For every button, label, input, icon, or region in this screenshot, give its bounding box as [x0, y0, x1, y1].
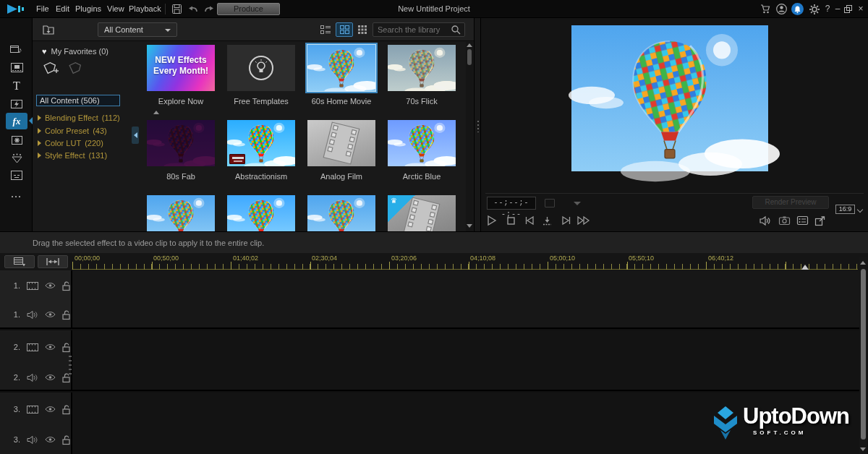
eye-toggle-icon[interactable]	[45, 436, 56, 443]
scroll-down-arrow[interactable]	[467, 224, 472, 228]
track-2-video-header[interactable]: 2.	[0, 333, 72, 361]
effect-item-arctic-blue[interactable]: Arctic Blue	[388, 120, 456, 181]
category-style-effect[interactable]: Style Effect (131)	[38, 151, 107, 160]
category-all-content[interactable]: All Content (506)	[36, 95, 120, 106]
effect-thumbnail[interactable]	[388, 45, 456, 91]
effect-item-row3-premium[interactable]: ♛	[388, 195, 456, 231]
settings-button[interactable]	[808, 3, 821, 15]
expand-arrow-icon[interactable]	[38, 153, 41, 158]
previous-frame-button[interactable]	[522, 214, 537, 227]
timeline-ruler[interactable]: 00;00;00 00;50;00 01;40;02 02;30;04 03;2…	[72, 253, 858, 270]
effect-thumbnail[interactable]	[307, 120, 375, 166]
promo-thumbnail[interactable]: NEW Effects Every Month!	[147, 45, 215, 91]
effect-thumbnail[interactable]	[307, 195, 375, 231]
remove-tag-button[interactable]	[69, 61, 83, 74]
track-2-audio-header[interactable]: 2.	[0, 363, 72, 392]
effect-item-explore-now[interactable]: NEW Effects Every Month! Explore Now	[147, 45, 215, 106]
restore-button[interactable]	[842, 0, 854, 18]
effect-room-button[interactable]: fx	[6, 113, 27, 129]
library-filter-dropdown[interactable]: All Content	[98, 22, 177, 37]
track-1-audio-header[interactable]: 1.	[0, 300, 72, 329]
effect-item-70s-flick[interactable]: 70s Flick	[388, 45, 456, 106]
volume-button[interactable]	[758, 214, 773, 227]
effect-thumbnail[interactable]	[227, 120, 295, 166]
preview-info-button[interactable]	[795, 214, 809, 227]
effect-item-row3-3[interactable]	[307, 195, 375, 231]
eye-toggle-icon[interactable]	[45, 374, 56, 381]
pip-objects-room-button[interactable]	[6, 132, 27, 148]
eye-toggle-icon[interactable]	[45, 406, 56, 413]
effect-item-abstractionism[interactable]: Abstractionism	[227, 120, 295, 181]
splitter-grip[interactable]	[477, 121, 479, 132]
list-view-button[interactable]	[317, 22, 334, 37]
subtitle-room-button[interactable]	[6, 167, 27, 184]
seek-marker-button[interactable]	[540, 214, 554, 227]
more-rooms-button[interactable]: ...	[6, 186, 27, 202]
thumbnail-size-button[interactable]	[356, 24, 369, 35]
fast-forward-button[interactable]	[576, 214, 590, 227]
eye-toggle-icon[interactable]	[45, 311, 56, 318]
effect-item-80s-fab[interactable]: 80s Fab	[147, 120, 215, 181]
preview-quality-icon[interactable]	[545, 199, 555, 207]
store-button[interactable]	[758, 3, 771, 15]
effect-thumbnail[interactable]	[227, 195, 295, 231]
scroll-up-arrow[interactable]	[860, 261, 866, 265]
category-color-preset[interactable]: Color Preset (43)	[38, 127, 107, 135]
library-scrollbar[interactable]	[466, 42, 473, 231]
effect-thumbnail[interactable]	[147, 120, 215, 166]
favorites-item[interactable]: ♥My Favorites (0)	[42, 47, 109, 56]
close-button[interactable]: ×	[855, 0, 867, 18]
lock-toggle-icon[interactable]	[62, 405, 71, 414]
lock-toggle-icon[interactable]	[62, 310, 71, 320]
account-button[interactable]	[775, 3, 788, 15]
expand-arrow-icon[interactable]	[38, 115, 41, 121]
preview-quality-dropdown[interactable]	[574, 202, 581, 205]
track-header-resize-grip[interactable]	[69, 356, 72, 374]
panel-splitter[interactable]	[474, 18, 481, 231]
eye-toggle-icon[interactable]	[45, 282, 56, 289]
preview-video[interactable]	[571, 25, 768, 171]
snapshot-button[interactable]	[777, 214, 791, 227]
title-room-button[interactable]: T	[6, 77, 27, 94]
free-templates-thumbnail[interactable]	[227, 45, 295, 91]
timecode-display[interactable]: --;--;--;--	[487, 197, 536, 210]
undock-preview-button[interactable]	[813, 214, 827, 227]
effect-thumbnail[interactable]: ♛	[388, 195, 456, 231]
selected-effect-thumbnail[interactable]	[307, 45, 375, 91]
effect-item-row3-2[interactable]	[227, 195, 295, 231]
aspect-ratio-dropdown[interactable]	[857, 207, 863, 213]
effect-item-analog-film[interactable]: Analog Film	[307, 120, 375, 181]
notifications-button[interactable]	[791, 3, 804, 15]
effect-item-free-templates[interactable]: Free Templates	[227, 45, 295, 106]
stop-button[interactable]	[503, 214, 518, 227]
search-icon[interactable]	[451, 25, 461, 35]
effect-thumbnail[interactable]	[388, 120, 456, 166]
import-media-button[interactable]	[40, 22, 57, 37]
next-frame-button[interactable]	[558, 214, 573, 227]
expand-arrow-icon[interactable]	[38, 128, 41, 134]
grid-view-button[interactable]	[336, 22, 353, 37]
expand-arrow-icon[interactable]	[38, 140, 41, 146]
fit-timeline-button[interactable]	[38, 255, 68, 268]
search-input[interactable]	[378, 24, 450, 35]
render-preview-button[interactable]: Render Preview	[752, 196, 829, 209]
track-3-audio-header[interactable]: 3.	[0, 425, 72, 454]
track-manager-button[interactable]	[4, 255, 35, 268]
lock-toggle-icon[interactable]	[62, 281, 71, 291]
play-button[interactable]	[485, 214, 499, 227]
add-tag-button[interactable]	[43, 61, 59, 74]
playhead-marker[interactable]	[801, 265, 809, 270]
category-color-lut[interactable]: Color LUT (220)	[38, 139, 103, 147]
scroll-up-arrow[interactable]	[467, 43, 472, 47]
overlay-room-button[interactable]	[6, 59, 27, 76]
lock-toggle-icon[interactable]	[62, 435, 71, 445]
category-blending-effect[interactable]: Blending Effect (112)	[38, 113, 120, 122]
effect-item-row3-1[interactable]	[147, 195, 215, 231]
particle-room-button[interactable]	[6, 150, 27, 166]
effect-thumbnail[interactable]	[147, 195, 215, 231]
scrollbar-thumb[interactable]	[467, 49, 472, 65]
transition-room-button[interactable]	[6, 95, 27, 112]
lock-toggle-icon[interactable]	[62, 343, 71, 352]
eye-toggle-icon[interactable]	[45, 343, 56, 351]
track-3-video-header[interactable]: 3.	[0, 395, 72, 424]
